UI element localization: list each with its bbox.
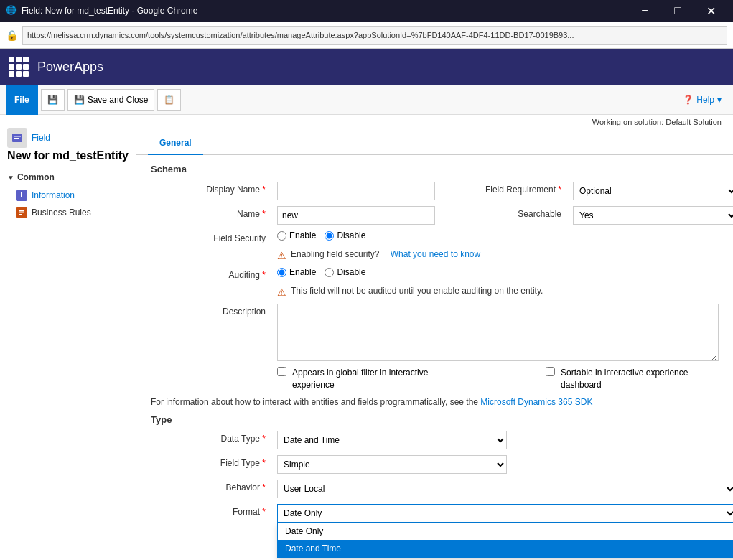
help-icon: ❓ <box>683 95 694 105</box>
minimize-button[interactable]: − <box>628 0 661 22</box>
field-type-select[interactable]: Simple <box>277 455 507 474</box>
content-area: Working on solution: Default Solution Ge… <box>136 115 733 560</box>
field-security-enable-label[interactable]: Enable <box>277 230 316 241</box>
auditing-enable-radio[interactable] <box>277 268 286 277</box>
entity-icon <box>7 128 27 148</box>
description-row: Description <box>151 304 719 361</box>
field-requirement-field: Optional Business Recommended Business R… <box>573 182 733 200</box>
field-type-field: Simple <box>277 455 719 474</box>
close-button[interactable]: ✕ <box>694 0 727 22</box>
searchable-label: Searchable <box>447 206 561 219</box>
window-title: Field: New for md_testEntity - Google Ch… <box>22 6 628 16</box>
format-label: Format * <box>151 504 266 517</box>
name-row: Name * Searchable Yes No <box>151 206 719 225</box>
data-type-label: Data Type * <box>151 431 266 444</box>
waffle-icon[interactable] <box>9 57 29 77</box>
field-security-disable-label[interactable]: Disable <box>325 230 365 241</box>
sidebar: Field New for md_testEntity ▼ Common Inf… <box>0 115 136 560</box>
display-name-row: Display Name * Field Requirement * Optio… <box>151 182 719 200</box>
svg-rect-2 <box>14 138 19 139</box>
field-breadcrumb[interactable]: Field <box>32 133 50 143</box>
schema-section-header: Schema <box>151 164 719 174</box>
lock-icon: 🔒 <box>6 29 18 41</box>
field-type-label: Field Type * <box>151 455 266 468</box>
form-body: Schema Display Name * Field Requirement … <box>136 155 733 560</box>
auditing-row: Auditing * Enable Disable <box>151 267 719 280</box>
extra-icon: 📋 <box>164 95 174 105</box>
auditing-disable-radio[interactable] <box>325 268 334 277</box>
svg-rect-7 <box>19 210 24 212</box>
global-filter-item: Appears in global filter in interactive … <box>277 367 459 391</box>
format-select[interactable]: Date Only Date and Time <box>277 504 733 523</box>
searchable-field: Yes No <box>573 206 733 225</box>
format-dropdown-menu: Date Only Date and Time <box>277 523 733 558</box>
behavior-field: User Local Date Only Time Zone Independe… <box>277 480 733 498</box>
data-type-select[interactable]: Date and Time Single Line of Text Whole … <box>277 431 507 449</box>
auditing-warn-row: ⚠ This field will not be audited until y… <box>277 286 719 298</box>
field-security-warn-icon: ⚠ <box>277 250 286 261</box>
sidebar-section-common[interactable]: ▼ Common <box>0 168 136 187</box>
checkboxes-row: Appears in global filter in interactive … <box>277 367 719 391</box>
svg-rect-5 <box>21 192 22 194</box>
auditing-field: Enable Disable <box>277 267 719 277</box>
svg-rect-8 <box>19 213 24 214</box>
description-field <box>277 304 719 361</box>
field-security-disable-radio[interactable] <box>325 231 334 241</box>
field-requirement-label: Field Requirement * <box>447 182 561 195</box>
field-entity-title: New for md_testEntity <box>7 149 129 162</box>
dropdown-item-date-only[interactable]: Date Only <box>278 523 733 540</box>
info-link-row: For information about how to interact wi… <box>151 397 719 407</box>
auditing-label: Auditing * <box>151 267 266 280</box>
window-controls: − □ ✕ <box>628 0 727 22</box>
field-type-row: Field Type * Simple <box>151 455 719 474</box>
save-close-button[interactable]: 💾 Save and Close <box>67 89 155 111</box>
sidebar-item-business-rules[interactable]: Business Rules <box>0 204 136 221</box>
dropdown-item-date-time[interactable]: Date and Time <box>278 540 733 557</box>
behavior-row: Behavior * User Local Date Only Time Zon… <box>151 480 719 498</box>
tab-general[interactable]: General <box>148 132 203 155</box>
auditing-disable-label[interactable]: Disable <box>325 267 365 277</box>
behavior-select[interactable]: User Local Date Only Time Zone Independe… <box>277 480 733 498</box>
chrome-icon: 🌐 <box>6 5 17 17</box>
save-icon[interactable]: 💾 <box>41 89 65 111</box>
sdk-link[interactable]: Microsoft Dynamics 365 SDK <box>480 397 592 407</box>
name-field <box>277 206 435 225</box>
field-security-warn-row: ⚠ Enabling field security? What you need… <box>277 249 719 261</box>
field-security-link[interactable]: What you need to know <box>391 249 480 259</box>
sortable-checkbox[interactable] <box>546 367 555 376</box>
data-type-field: Date and Time Single Line of Text Whole … <box>277 431 719 449</box>
field-security-enable-radio[interactable] <box>277 231 286 241</box>
type-section-header: Type <box>151 414 719 425</box>
sidebar-item-information[interactable]: Information <box>0 187 136 204</box>
format-field: Date Only Date and Time Date Only Date a… <box>277 504 733 523</box>
svg-rect-1 <box>14 136 21 137</box>
display-name-input[interactable] <box>277 182 435 200</box>
field-requirement-select[interactable]: Optional Business Recommended Business R… <box>573 182 733 200</box>
address-bar: 🔒 <box>0 22 733 49</box>
searchable-select[interactable]: Yes No <box>573 206 733 225</box>
maximize-button[interactable]: □ <box>661 0 694 22</box>
sortable-label: Sortable in interactive experience dashb… <box>561 367 719 391</box>
main-area: Field New for md_testEntity ▼ Common Inf… <box>0 115 733 560</box>
save-disk-icon: 💾 <box>47 95 58 105</box>
app-header: PowerApps <box>0 49 733 85</box>
auditing-warn-icon: ⚠ <box>277 286 286 298</box>
field-security-field: Enable Disable <box>277 230 719 241</box>
name-input[interactable] <box>277 206 435 225</box>
tab-bar: General <box>136 132 733 155</box>
business-rules-icon <box>16 207 27 218</box>
global-filter-label: Appears in global filter in interactive … <box>292 367 459 391</box>
toolbar: File 💾 💾 Save and Close 📋 ❓ Help ▾ <box>0 85 733 115</box>
auditing-enable-label[interactable]: Enable <box>277 267 316 277</box>
description-textarea[interactable] <box>277 304 719 361</box>
global-filter-checkbox[interactable] <box>277 367 286 376</box>
address-input[interactable] <box>22 26 727 45</box>
help-button[interactable]: ❓ Help ▾ <box>677 92 727 108</box>
display-name-label: Display Name * <box>151 182 266 195</box>
data-type-row: Data Type * Date and Time Single Line of… <box>151 431 719 449</box>
format-row: Format * Date Only Date and Time Date On… <box>151 504 719 523</box>
description-label: Description <box>151 304 266 317</box>
file-tab[interactable]: File <box>6 85 38 115</box>
display-name-field <box>277 182 435 200</box>
extra-button[interactable]: 📋 <box>157 89 181 111</box>
